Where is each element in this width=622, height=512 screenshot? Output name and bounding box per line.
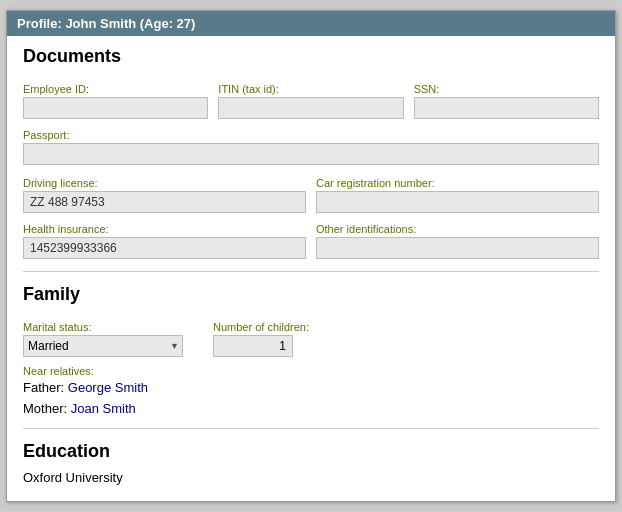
driving-license-group: Driving license: xyxy=(23,169,306,213)
driving-license-label: Driving license: xyxy=(23,177,306,189)
marital-status-group: Marital status: Single Married Divorced … xyxy=(23,313,183,357)
children-label: Number of children: xyxy=(213,321,309,333)
car-registration-input[interactable] xyxy=(316,191,599,213)
other-id-input[interactable] xyxy=(316,237,599,259)
marital-row: Marital status: Single Married Divorced … xyxy=(23,313,599,357)
relative-father: Father: George Smith xyxy=(23,380,599,395)
divider-1 xyxy=(23,271,599,272)
ssn-input[interactable] xyxy=(414,97,599,119)
marital-status-select[interactable]: Single Married Divorced Widowed xyxy=(23,335,183,357)
documents-row-2: Driving license: Car registration number… xyxy=(23,169,599,213)
ssn-group: SSN: xyxy=(414,75,599,119)
employee-id-label: Employee ID: xyxy=(23,83,208,95)
relative-mother: Mother: Joan Smith xyxy=(23,401,599,416)
other-id-label: Other identifications: xyxy=(316,223,599,235)
title-bar: Profile: John Smith (Age: 27) xyxy=(7,11,615,36)
documents-row-3: Health insurance: Other identifications: xyxy=(23,215,599,259)
employee-id-input[interactable] xyxy=(23,97,208,119)
documents-row-1: Employee ID: ITIN (tax id): SSN: xyxy=(23,75,599,119)
ssn-label: SSN: xyxy=(414,83,599,95)
content-area: Documents Employee ID: ITIN (tax id): SS… xyxy=(7,36,615,501)
health-insurance-input[interactable] xyxy=(23,237,306,259)
near-relatives-label: Near relatives: xyxy=(23,365,599,377)
education-institution: Oxford University xyxy=(23,470,599,485)
passport-group: Passport: xyxy=(23,121,599,165)
marital-status-label: Marital status: xyxy=(23,321,183,333)
family-section: Family Marital status: Single Married Di… xyxy=(23,284,599,416)
itin-input[interactable] xyxy=(218,97,403,119)
father-name: George Smith xyxy=(68,380,148,395)
employee-id-group: Employee ID: xyxy=(23,75,208,119)
driving-license-input[interactable] xyxy=(23,191,306,213)
father-label: Father: xyxy=(23,380,68,395)
car-registration-group: Car registration number: xyxy=(316,169,599,213)
health-insurance-label: Health insurance: xyxy=(23,223,306,235)
marital-select-wrapper[interactable]: Single Married Divorced Widowed xyxy=(23,335,183,357)
itin-group: ITIN (tax id): xyxy=(218,75,403,119)
documents-section-title: Documents xyxy=(23,46,599,67)
passport-label: Passport: xyxy=(23,129,599,141)
health-insurance-group: Health insurance: xyxy=(23,215,306,259)
itin-label: ITIN (tax id): xyxy=(218,83,403,95)
education-section-title: Education xyxy=(23,441,599,462)
children-group: Number of children: xyxy=(213,313,309,357)
passport-input[interactable] xyxy=(23,143,599,165)
mother-label: Mother: xyxy=(23,401,71,416)
profile-window: Profile: John Smith (Age: 27) Documents … xyxy=(6,10,616,502)
mother-name: Joan Smith xyxy=(71,401,136,416)
family-section-title: Family xyxy=(23,284,599,305)
car-registration-label: Car registration number: xyxy=(316,177,599,189)
other-id-group: Other identifications: xyxy=(316,215,599,259)
education-section: Education Oxford University xyxy=(23,441,599,485)
window-title: Profile: John Smith (Age: 27) xyxy=(17,16,195,31)
divider-2 xyxy=(23,428,599,429)
children-input[interactable] xyxy=(213,335,293,357)
